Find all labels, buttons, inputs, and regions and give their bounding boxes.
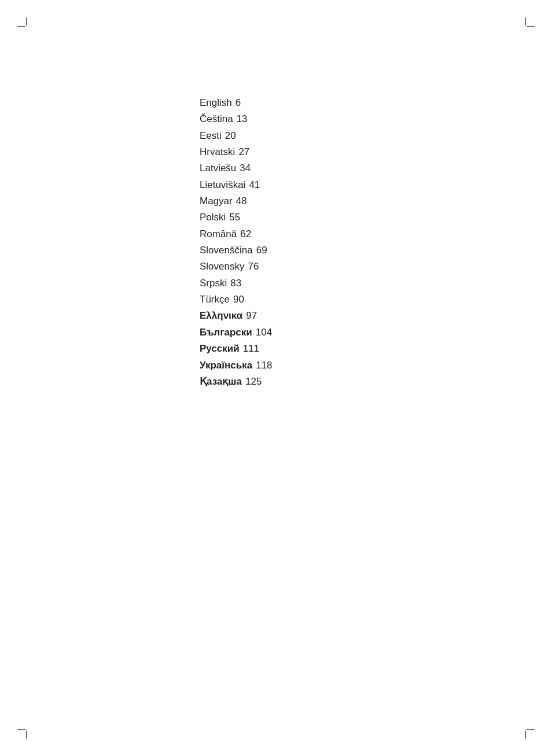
toc-language-name: Latviešu <box>200 161 236 176</box>
toc-page-number: 13 <box>237 112 248 127</box>
toc-page-number: 62 <box>240 227 251 242</box>
corner-mark-bottom-right <box>525 729 535 739</box>
toc-page-number: 97 <box>246 308 257 323</box>
toc-language-name: Қазақша <box>200 374 242 389</box>
toc-item: Lietuviškai41 <box>200 178 273 193</box>
toc-item: Română62 <box>200 227 273 242</box>
toc-page-number: 76 <box>248 259 259 274</box>
toc-language-name: Українська <box>200 358 252 373</box>
toc-item: Srpski83 <box>200 276 273 291</box>
toc-item: Slovensky76 <box>200 259 273 274</box>
toc-page-number: 104 <box>256 325 272 340</box>
toc-page-number: 27 <box>238 145 249 160</box>
toc-language-name: Русский <box>200 341 240 356</box>
toc-language-name: Eesti <box>200 128 222 143</box>
toc-language-name: Čeština <box>200 112 233 127</box>
toc-language-name: Română <box>200 227 237 242</box>
toc-item: Türkçe90 <box>200 292 273 307</box>
toc-page-number: 83 <box>230 276 241 291</box>
toc-language-name: Polski <box>200 210 226 225</box>
toc-page-number: 55 <box>229 210 240 225</box>
toc-item: Hrvatski27 <box>200 145 273 160</box>
toc-language-name: Magyar <box>200 194 233 209</box>
toc-page-number: 111 <box>243 341 259 356</box>
toc-item: Български104 <box>200 325 273 340</box>
toc-item: Eesti20 <box>200 128 273 143</box>
toc-item: Ελληνικα97 <box>200 308 273 323</box>
toc-page-number: 69 <box>256 243 267 258</box>
toc-language-name: Srpski <box>200 276 227 291</box>
corner-mark-top-left <box>17 17 27 27</box>
toc-item: Русский111 <box>200 341 273 356</box>
toc-page-number: 90 <box>233 292 244 307</box>
toc-page-number: 48 <box>236 194 247 209</box>
toc-language-name: Slovenščina <box>200 243 253 258</box>
toc-item: Slovenščina69 <box>200 243 273 258</box>
corner-mark-bottom-left <box>17 729 27 739</box>
toc-container: English6Čeština13Eesti20Hrvatski27Latvie… <box>200 95 273 390</box>
toc-page-number: 118 <box>256 358 272 373</box>
toc-item: Українська118 <box>200 358 273 373</box>
toc-language-name: Български <box>200 325 252 340</box>
toc-language-name: English <box>200 95 232 110</box>
toc-item: Magyar48 <box>200 194 273 209</box>
toc-item: Қазақша125 <box>200 374 273 389</box>
toc-language-name: Türkçe <box>200 292 230 307</box>
toc-item: Čeština13 <box>200 112 273 127</box>
toc-page-number: 34 <box>240 161 251 176</box>
toc-language-name: Hrvatski <box>200 145 235 160</box>
toc-item: Latviešu34 <box>200 161 273 176</box>
toc-item: Polski55 <box>200 210 273 225</box>
toc-page-number: 6 <box>235 95 241 110</box>
toc-list: English6Čeština13Eesti20Hrvatski27Latvie… <box>200 95 273 389</box>
toc-language-name: Ελληνικα <box>200 308 242 323</box>
toc-language-name: Lietuviškai <box>200 178 245 193</box>
toc-page-number: 41 <box>249 178 260 193</box>
toc-language-name: Slovensky <box>200 259 244 274</box>
toc-page-number: 20 <box>225 128 236 143</box>
toc-page-number: 125 <box>245 374 262 389</box>
corner-mark-top-right <box>525 17 535 27</box>
toc-item: English6 <box>200 95 273 110</box>
